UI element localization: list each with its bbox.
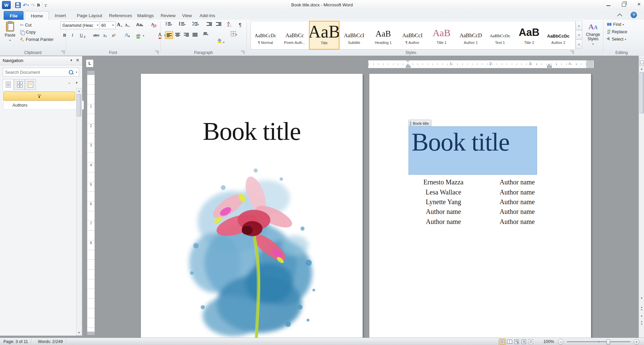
bold-button[interactable]: B bbox=[63, 33, 66, 38]
clear-formatting-button[interactable]: A bbox=[151, 22, 156, 27]
tab-add-ins[interactable]: Add-Ins bbox=[194, 11, 221, 20]
left-indent-marker[interactable] bbox=[406, 66, 411, 68]
pane-options-icon[interactable]: ▼ bbox=[70, 59, 73, 62]
help-icon[interactable]: ? bbox=[631, 12, 637, 18]
scrollbar-thumb[interactable] bbox=[77, 94, 81, 116]
scroll-up-icon[interactable]: ▲ bbox=[76, 89, 82, 94]
web-layout-view-button[interactable] bbox=[514, 339, 520, 345]
left-page-title[interactable]: Book title bbox=[141, 117, 363, 146]
numbering-button[interactable]: ▾ bbox=[179, 22, 185, 26]
change-case-button[interactable]: Aa▾ bbox=[136, 22, 143, 27]
align-right-button[interactable] bbox=[182, 31, 190, 38]
highlight-color-button[interactable]: ab ▾ bbox=[136, 33, 144, 39]
cut-button[interactable]: ✂ Cut bbox=[20, 22, 32, 27]
author-name-placeholder[interactable]: Author name bbox=[480, 198, 554, 206]
vertical-ruler[interactable]: 1 2 3 4 5 6 7 8 bbox=[87, 70, 95, 335]
find-button[interactable]: Find▾ bbox=[607, 22, 624, 27]
nav-pane-scrollbar[interactable]: ▲ ▼ bbox=[76, 88, 82, 336]
full-screen-reading-view-button[interactable] bbox=[506, 339, 513, 345]
watercolor-flower-image[interactable] bbox=[182, 160, 319, 341]
tab-insert[interactable]: Insert bbox=[49, 11, 72, 20]
scroll-up-icon[interactable]: ▲ bbox=[639, 66, 644, 71]
previous-heading-icon[interactable]: ▲ bbox=[68, 81, 71, 84]
gallery-more-icon[interactable]: ▼̲ bbox=[576, 40, 582, 49]
gallery-scroll-down-icon[interactable]: ▼ bbox=[576, 30, 582, 40]
shrink-font-button[interactable]: A▼ bbox=[125, 23, 130, 28]
superscript-button[interactable]: x² bbox=[112, 33, 115, 38]
font-dialog-launcher-icon[interactable] bbox=[155, 51, 159, 54]
style-subtitle[interactable]: AaBbCcI Subtitle bbox=[339, 21, 369, 49]
clipboard-dialog-launcher-icon[interactable] bbox=[61, 51, 65, 54]
subscript-button[interactable]: x₂ bbox=[103, 33, 107, 38]
scroll-down-icon[interactable]: ▼ bbox=[76, 330, 82, 335]
style-title-selected[interactable]: AaB Title bbox=[309, 21, 339, 50]
scrollbar-thumb[interactable] bbox=[640, 72, 644, 113]
close-button[interactable]: × bbox=[637, 2, 641, 7]
horizontal-ruler[interactable]: 1 2 3 4 bbox=[368, 60, 594, 68]
tab-selector[interactable]: L bbox=[86, 59, 94, 67]
previous-page-button[interactable]: ▲▲ bbox=[639, 306, 644, 310]
close-pane-icon[interactable]: ✕ bbox=[76, 58, 79, 63]
tab-file[interactable]: File bbox=[4, 11, 23, 20]
page-right[interactable]: Book title Book title Ernesto Mazza Auth… bbox=[369, 74, 591, 339]
zoom-out-button[interactable]: − bbox=[558, 339, 564, 345]
collapse-ribbon-icon[interactable] bbox=[617, 13, 623, 19]
zoom-level-label[interactable]: 100% bbox=[543, 339, 554, 344]
search-input[interactable] bbox=[3, 70, 69, 75]
style-normal[interactable]: AaBbCcDc ¶ Normal bbox=[251, 21, 280, 49]
underline-button[interactable]: U▾ bbox=[80, 33, 85, 38]
paragraph-dialog-launcher-icon[interactable] bbox=[241, 51, 245, 54]
search-options-icon[interactable]: ▾ bbox=[76, 71, 77, 74]
author-name-placeholder[interactable]: Author name bbox=[480, 178, 554, 186]
restore-button[interactable] bbox=[622, 3, 626, 7]
paste-button[interactable]: Paste ▾ bbox=[3, 22, 17, 42]
author-name-field[interactable]: Lesa Wallace bbox=[407, 188, 480, 196]
style-title-1[interactable]: AaB Title 1 bbox=[427, 21, 456, 49]
gallery-scroll-up-icon[interactable]: ▲ bbox=[576, 21, 582, 30]
style-author[interactable]: AaBbCcI ¶ Author bbox=[398, 21, 427, 49]
format-painter-button[interactable]: Format Painter bbox=[20, 37, 54, 42]
sort-button[interactable]: AZ ↓ bbox=[227, 21, 232, 27]
font-name-combobox[interactable]: Garamond (Heac▼ bbox=[60, 21, 100, 29]
font-color-button[interactable]: A ▾ bbox=[158, 32, 166, 39]
select-browse-object-button[interactable]: ● bbox=[639, 314, 644, 318]
style-author-2[interactable]: AaBbCcDc Author 2 bbox=[544, 21, 573, 49]
right-page-title[interactable]: Book title bbox=[412, 127, 509, 157]
print-layout-view-button[interactable] bbox=[499, 339, 506, 345]
align-left-button[interactable] bbox=[165, 31, 173, 39]
content-control-tag[interactable]: Book title bbox=[409, 120, 431, 127]
first-line-indent-marker[interactable] bbox=[406, 60, 410, 62]
title-content-control-selected[interactable]: Book title bbox=[409, 126, 537, 175]
browse-results-tab[interactable] bbox=[25, 79, 36, 90]
strikethrough-button[interactable]: abe bbox=[93, 33, 99, 37]
justify-button[interactable] bbox=[191, 31, 199, 38]
styles-dialog-launcher-icon[interactable] bbox=[570, 51, 574, 54]
style-author-1[interactable]: AaBbCcD Author 1 bbox=[456, 21, 485, 49]
draft-view-button[interactable] bbox=[528, 339, 534, 345]
borders-button[interactable]: ▾ bbox=[231, 31, 237, 36]
increase-indent-button[interactable] bbox=[216, 22, 221, 26]
page-left[interactable]: Book title bbox=[141, 74, 363, 339]
author-name-placeholder[interactable]: Author name bbox=[407, 208, 480, 216]
zoom-slider-thumb[interactable] bbox=[606, 339, 610, 345]
show-paragraph-marks-button[interactable]: ¶ bbox=[239, 22, 241, 27]
vertical-scrollbar[interactable]: ▲ ▼ ▲▲ ● ▼▼ bbox=[639, 56, 644, 338]
italic-button[interactable]: I bbox=[72, 33, 73, 38]
align-center-button[interactable] bbox=[174, 31, 181, 38]
tab-page-layout[interactable]: Page Layout bbox=[71, 11, 108, 20]
font-size-combobox[interactable]: 60▼ bbox=[99, 21, 116, 29]
nav-item-authors[interactable]: Authors bbox=[3, 101, 84, 110]
multilevel-list-button[interactable]: ▾ bbox=[193, 22, 199, 26]
view-ruler-toggle[interactable] bbox=[639, 58, 644, 66]
scroll-down-icon[interactable]: ▼ bbox=[639, 296, 644, 301]
zoom-slider[interactable] bbox=[567, 341, 631, 342]
right-indent-marker[interactable] bbox=[547, 63, 552, 68]
author-name-field[interactable]: Lynette Yang bbox=[407, 198, 480, 206]
change-styles-button[interactable]: AA Change Styles ▾ bbox=[584, 22, 602, 46]
copy-button[interactable]: Copy bbox=[20, 30, 36, 35]
author-name-placeholder[interactable]: Author name bbox=[480, 188, 554, 196]
replace-button[interactable]: abac Replace bbox=[607, 30, 627, 34]
page-indicator[interactable]: Page: 3 of 11 bbox=[0, 338, 32, 345]
tab-home[interactable]: Home bbox=[25, 11, 49, 20]
select-button[interactable]: Select▾ bbox=[607, 37, 626, 42]
